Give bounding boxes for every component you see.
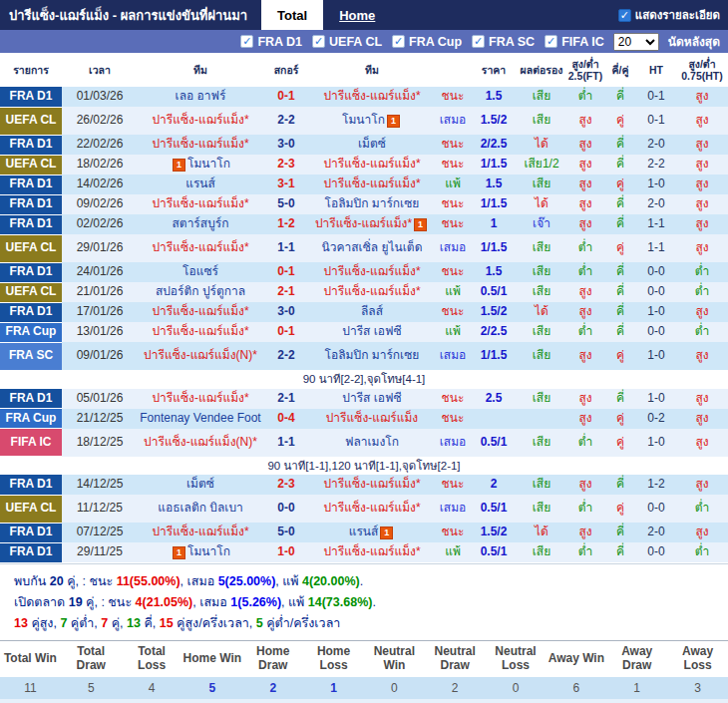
- column-header: ทีม: [138, 53, 263, 87]
- full-time-score: 0-0: [263, 495, 309, 523]
- league-filter-fra-d1[interactable]: ✓FRA D1: [240, 35, 302, 49]
- show-details-toggle[interactable]: ✓ แสดงรายละเอียด: [618, 0, 728, 30]
- league-badge: FRA Cup: [0, 322, 62, 342]
- handicap-result: เสีย: [517, 495, 566, 523]
- checkbox-checked-icon[interactable]: ✓: [392, 35, 405, 48]
- match-row: FRA D114/12/25เม็ตซ์2-3ปารีแซ็ง-แฌร์แม็ง…: [0, 475, 728, 495]
- handicap-odds: 0.5/1: [471, 542, 517, 562]
- summary-segment: คู่สูง/ครึ่งเวลา,: [174, 616, 256, 630]
- handicap-result: ได้: [517, 302, 566, 322]
- full-time-score: 2-3: [263, 475, 309, 495]
- away-team-name: ปารีแซ็ง-แฌร์แม็ง*: [309, 475, 435, 495]
- tab-total[interactable]: Total: [261, 0, 323, 30]
- over-under-ht: สูง: [676, 234, 728, 262]
- odd-even: คี่: [604, 262, 636, 282]
- over-under-ht: สูง: [676, 409, 728, 429]
- match-count-select[interactable]: 20: [613, 33, 659, 51]
- summary-segment: , แพ้: [281, 595, 308, 609]
- match-result: ชนะ: [435, 475, 471, 495]
- stats-column-header: Neutral Win: [364, 640, 425, 677]
- match-result: เสมอ: [435, 495, 471, 523]
- home-team-name: ปารีแซ็ง-แฌร์แม็ง*: [138, 322, 263, 342]
- summary-segment: 20: [50, 574, 64, 588]
- league-filter-uefa-cl[interactable]: ✓UEFA CL: [312, 35, 382, 49]
- match-result: เสมอ: [435, 107, 471, 135]
- match-note-row: 90 นาที[1-1],120 นาที[1-1],จุดโทษ[2-1]: [0, 457, 728, 476]
- show-details-checkbox-icon[interactable]: ✓: [618, 9, 631, 22]
- away-team-name: เม็ตซ์: [309, 135, 435, 155]
- match-history-panel: ปารีแซ็ง-แฌร์แม็ง - ผลการแข่งขันที่ผ่านม…: [0, 0, 728, 703]
- league-badge: FRA D1: [0, 542, 62, 562]
- odd-even: คู่: [604, 342, 636, 370]
- stats-count-value: 2: [242, 677, 303, 699]
- handicap-odds: 2: [471, 475, 517, 495]
- checkbox-checked-icon[interactable]: ✓: [240, 35, 253, 48]
- checkbox-checked-icon[interactable]: ✓: [545, 35, 557, 48]
- checkbox-checked-icon[interactable]: ✓: [472, 35, 485, 48]
- home-team-name: 1โมนาโก: [138, 542, 263, 562]
- summary-segment: 11(55.00%): [117, 574, 181, 588]
- league-filter-label: UEFA CL: [329, 35, 382, 49]
- match-date: 11/12/25: [62, 495, 138, 523]
- home-team-name: ปารีแซ็ง-แฌร์แม็ง(N)*: [138, 429, 263, 457]
- match-date: 17/01/26: [62, 302, 138, 322]
- match-date: 01/03/26: [62, 87, 138, 107]
- tab-bar: Total Home: [261, 0, 391, 30]
- away-team-name: ปารีแซ็ง-แฌร์แม็ง*1: [309, 214, 435, 234]
- stats-percent-value: 0.00%: [486, 699, 546, 703]
- match-row: FRA D122/02/26ปารีแซ็ง-แฌร์แม็ง*3-0เม็ตซ…: [0, 135, 728, 155]
- checkbox-checked-icon[interactable]: ✓: [312, 35, 325, 48]
- over-under-ft: สูง: [566, 409, 604, 429]
- column-header: เวลา: [62, 53, 138, 87]
- match-date: 26/02/26: [62, 107, 138, 135]
- summary-segment: 4(20.00%): [302, 574, 360, 588]
- handicap-result: เสีย: [517, 475, 566, 495]
- odd-even: คี่: [604, 135, 636, 155]
- summary-segment: .: [360, 574, 363, 588]
- stats-column-header: Total Win: [0, 640, 61, 677]
- over-under-ht: สูง: [676, 175, 728, 194]
- summary-section: พบกัน 20 คู่, : ชนะ 11(55.00%), เสมอ 5(2…: [0, 563, 728, 640]
- league-filter-fra-sc[interactable]: ✓FRA SC: [472, 35, 535, 49]
- league-filter-fra-cup[interactable]: ✓FRA Cup: [392, 35, 462, 49]
- summary-segment: 13: [127, 616, 141, 630]
- match-note: 90 นาที[1-1],120 นาที[1-1],จุดโทษ[2-1]: [0, 457, 728, 476]
- match-date: 13/01/26: [62, 322, 138, 342]
- stats-percent-value: 55.00%: [0, 699, 61, 703]
- column-header: สกอร์: [263, 53, 309, 87]
- match-result: ชนะ: [435, 194, 471, 214]
- match-date: 09/02/26: [62, 194, 138, 214]
- league-filter-bar: ✓FRA D1✓UEFA CL✓FRA Cup✓FRA SC✓FIFA IC 2…: [0, 30, 728, 53]
- league-filter-fifa-ic[interactable]: ✓FIFA IC: [545, 35, 604, 49]
- half-time-score: 1-1: [636, 234, 676, 262]
- summary-segment: คู่สูง,: [28, 616, 61, 630]
- summary-segment: คู่ต่ำ,: [67, 616, 101, 630]
- away-team-name: ปารีส เอฟซี: [309, 322, 435, 342]
- half-time-score: 0-2: [636, 409, 676, 429]
- away-team-name: ปารีแซ็ง-แฌร์แม็ง*: [309, 175, 435, 194]
- over-under-ft: ต่ำ: [566, 429, 604, 457]
- home-team-name: ปารีแซ็ง-แฌร์แม็ง*: [138, 194, 263, 214]
- tab-home[interactable]: Home: [323, 0, 391, 30]
- over-under-ft: สูง: [566, 107, 604, 135]
- league-badge: UEFA CL: [0, 495, 62, 523]
- match-row: FRA D129/11/251โมนาโก1-0ปารีแซ็ง-แฌร์แม็…: [0, 542, 728, 562]
- away-team-name: ปารีแซ็ง-แฌร์แม็ง*: [309, 155, 435, 175]
- home-team-name: โอแซร์: [138, 262, 263, 282]
- match-result: ชนะ: [435, 155, 471, 175]
- stats-column-header: Away Win: [546, 640, 606, 677]
- summary-segment: คู่,: [108, 616, 127, 630]
- half-time-score: 1-0: [636, 389, 676, 409]
- stats-percent-value: 60.00%: [546, 699, 606, 703]
- summary-line: พบกัน 20 คู่, : ชนะ 11(55.00%), เสมอ 5(2…: [14, 571, 728, 592]
- stats-count-value: 5: [182, 677, 242, 699]
- full-time-score: 2-1: [263, 389, 309, 409]
- match-result: เสมอ: [435, 429, 471, 457]
- full-time-score: 0-1: [263, 87, 309, 107]
- half-time-score: 0-0: [636, 542, 676, 562]
- match-note: 90 นาที[2-2],จุดโทษ[4-1]: [0, 370, 728, 389]
- over-under-ft: สูง: [566, 155, 604, 175]
- league-badge: FRA D1: [0, 302, 62, 322]
- over-under-ht: ต่ำ: [676, 262, 728, 282]
- full-time-score: 0-1: [263, 322, 309, 342]
